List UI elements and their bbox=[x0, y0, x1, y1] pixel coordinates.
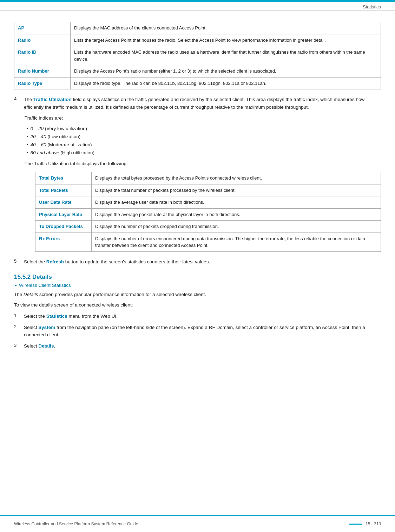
table-row: User Data RateDisplays the average user … bbox=[35, 196, 381, 209]
row-label: User Data Rate bbox=[35, 196, 92, 209]
content: APDisplays the MAC address of the client… bbox=[0, 11, 395, 381]
step-5-number: 5 bbox=[14, 258, 21, 264]
table-row: Radio IDLists the hardware encoded MAC a… bbox=[14, 46, 381, 65]
footer: Wireless Controller and Service Platform… bbox=[0, 515, 395, 532]
details-step: 1Select the Statistics menu from the Web… bbox=[14, 312, 381, 320]
table-row: Radio TypeDisplays the radio type. The r… bbox=[14, 77, 381, 89]
step-num: 2 bbox=[14, 324, 21, 329]
table-row: Rx ErrorsDisplays the number of errors e… bbox=[35, 233, 381, 251]
traffic-table: Total BytesDisplays the total bytes proc… bbox=[35, 172, 381, 252]
page-title-bar: Statistics bbox=[0, 2, 395, 11]
row-desc: Displays the total bytes processed by th… bbox=[92, 172, 381, 184]
refresh-highlight: Refresh bbox=[46, 259, 64, 264]
details-step: 2Select System from the navigation pane … bbox=[14, 324, 381, 339]
table-row: RadioLists the target Access Point that … bbox=[14, 34, 381, 46]
step-5: 5 Select the Refresh button to update th… bbox=[14, 258, 381, 266]
row-label: AP bbox=[14, 22, 71, 34]
details-step: 3Select Details. bbox=[14, 342, 381, 350]
step-4: 4 The Traffic Utilization field displays… bbox=[14, 96, 381, 111]
table-row: Radio NumberDisplays the Access Point's … bbox=[14, 65, 381, 78]
row-desc: Displays the average user data rate in b… bbox=[92, 196, 381, 209]
top-table: APDisplays the MAC address of the client… bbox=[14, 22, 381, 89]
footer-left: Wireless Controller and Service Platform… bbox=[14, 521, 138, 526]
section-heading: 15.5.2 Details bbox=[14, 274, 381, 281]
details-para2: To view the details screen of a connecte… bbox=[14, 301, 381, 309]
traffic-utilization-highlight: Traffic Utilization bbox=[33, 97, 72, 102]
row-label: Total Bytes bbox=[35, 172, 92, 184]
row-desc: Lists the target Access Point that house… bbox=[71, 34, 381, 46]
row-desc: Displays the number of errors encountere… bbox=[92, 233, 381, 251]
step-5-text: Select the Refresh button to update the … bbox=[24, 258, 210, 266]
step-text: Select Details. bbox=[24, 342, 55, 350]
step-num: 3 bbox=[14, 342, 21, 348]
row-label: Radio Number bbox=[14, 65, 71, 78]
footer-page: 15 - 313 bbox=[366, 521, 381, 526]
step-text: Select the Statistics menu from the Web … bbox=[24, 312, 118, 320]
step-text: Select System from the navigation pane (… bbox=[24, 324, 381, 339]
row-label: Radio ID bbox=[14, 46, 71, 65]
step-num: 1 bbox=[14, 312, 21, 318]
row-desc: Displays the average packet rate at the … bbox=[92, 208, 381, 221]
traffic-table-prefix: The Traffic Utilization table displays t… bbox=[25, 160, 381, 168]
list-item: •0 – 20 (Very low utilization) bbox=[25, 125, 381, 133]
footer-right: 15 - 313 bbox=[349, 521, 381, 526]
details-steps: 1Select the Statistics menu from the Web… bbox=[14, 312, 381, 350]
row-desc: Displays the radio type. The radio can b… bbox=[71, 77, 381, 89]
table-row: APDisplays the MAC address of the client… bbox=[14, 22, 381, 34]
list-item: •40 – 60 (Moderate utilization) bbox=[25, 141, 381, 149]
row-desc: Displays the number of packets dropped d… bbox=[92, 221, 381, 233]
arrow-icon: ► bbox=[14, 283, 18, 287]
subsection-link[interactable]: ► Wireless Client Statistics bbox=[14, 283, 381, 288]
footer-divider bbox=[349, 524, 362, 525]
list-item: •60 and above (High utilization) bbox=[25, 149, 381, 157]
bullet-list: •0 – 20 (Very low utilization)•20 – 40 (… bbox=[25, 125, 381, 157]
row-desc: Displays the total number of packets pro… bbox=[92, 184, 381, 196]
row-label: Tx Dropped Packets bbox=[35, 221, 92, 233]
row-label: Radio bbox=[14, 34, 71, 46]
row-desc: Lists the hardware encoded MAC address t… bbox=[71, 46, 381, 65]
step-4-text: The Traffic Utilization field displays s… bbox=[24, 96, 381, 111]
table-row: Physical Layer RateDisplays the average … bbox=[35, 208, 381, 221]
page-title: Statistics bbox=[363, 4, 381, 9]
row-label: Radio Type bbox=[14, 77, 71, 89]
details-para1: The Details screen provides granular per… bbox=[14, 291, 381, 298]
row-label: Rx Errors bbox=[35, 233, 92, 251]
table-row: Total BytesDisplays the total bytes proc… bbox=[35, 172, 381, 184]
list-item: •20 – 40 (Low utilization) bbox=[25, 133, 381, 141]
table-row: Tx Dropped PacketsDisplays the number of… bbox=[35, 221, 381, 233]
traffic-indices-label: Traffic indices are: bbox=[25, 114, 381, 122]
subsection-link-text[interactable]: Wireless Client Statistics bbox=[19, 283, 71, 288]
step-4-number: 4 bbox=[14, 96, 21, 101]
row-label: Physical Layer Rate bbox=[35, 208, 92, 221]
table-row: Total PacketsDisplays the total number o… bbox=[35, 184, 381, 196]
row-label: Total Packets bbox=[35, 184, 92, 196]
row-desc: Displays the Access Point's radio number… bbox=[71, 65, 381, 78]
row-desc: Displays the MAC address of the client's… bbox=[71, 22, 381, 34]
